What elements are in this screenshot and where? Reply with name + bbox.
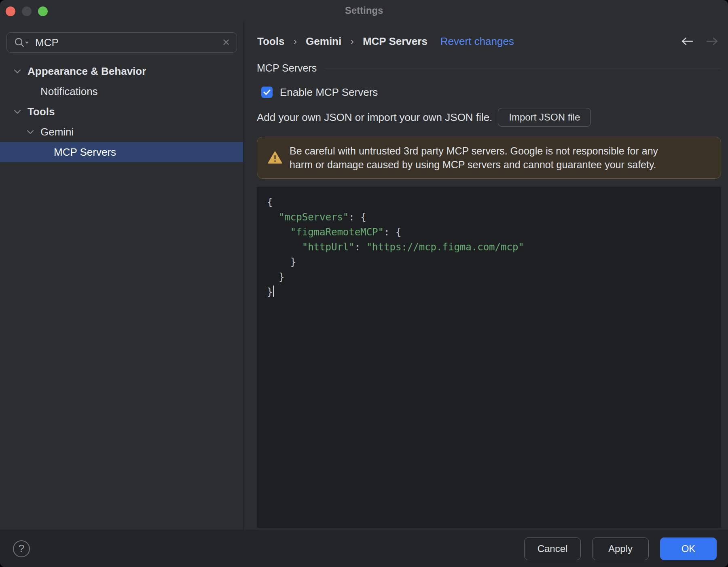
help-question-mark: ? bbox=[19, 542, 24, 555]
section-title: MCP Servers bbox=[257, 62, 317, 74]
dialog-footer: ? Cancel Apply OK bbox=[0, 530, 728, 567]
enable-mcp-servers-row[interactable]: Enable MCP Servers bbox=[261, 84, 378, 100]
code-line: } bbox=[267, 285, 711, 300]
sidebar-item-label: MCP Servers bbox=[54, 146, 116, 159]
minimize-window-button[interactable] bbox=[22, 6, 32, 16]
code-editor-content[interactable]: { "mcpServers": { "figmaRemoteMCP": { "h… bbox=[267, 195, 711, 300]
titlebar: Settings bbox=[0, 0, 728, 21]
sidebar-item-appearance-behavior[interactable]: Appearance & Behavior bbox=[0, 61, 243, 81]
breadcrumb-separator-icon: › bbox=[350, 35, 354, 48]
close-window-button[interactable] bbox=[6, 6, 15, 16]
search-icon bbox=[13, 37, 30, 48]
sidebar-item-mcp-servers[interactable]: MCP Servers bbox=[0, 142, 243, 162]
footer-buttons: Cancel Apply OK bbox=[524, 537, 717, 560]
import-json-text: Add your own JSON or import your own JSO… bbox=[257, 111, 492, 124]
breadcrumb-separator-icon: › bbox=[293, 35, 297, 48]
sidebar-item-label: Notifications bbox=[40, 85, 98, 98]
window-body: MCP ✕ Appearance & Behavior Notification… bbox=[0, 21, 728, 530]
search-input-value[interactable]: MCP bbox=[35, 36, 222, 49]
warning-text-line: Be careful with untrusted 3rd party MCP … bbox=[290, 144, 658, 158]
mcp-servers-section-header: MCP Servers bbox=[257, 61, 721, 75]
window-title: Settings bbox=[0, 0, 728, 21]
settings-window: Settings MCP ✕ bbox=[0, 0, 728, 567]
sidebar-item-notifications[interactable]: Notifications bbox=[0, 81, 243, 102]
back-arrow-icon[interactable] bbox=[681, 36, 694, 46]
chevron-down-icon[interactable] bbox=[14, 69, 21, 74]
settings-sidebar: MCP ✕ Appearance & Behavior Notification… bbox=[0, 21, 243, 530]
sidebar-item-label: Tools bbox=[28, 106, 55, 118]
zoom-window-button[interactable] bbox=[38, 6, 48, 16]
apply-button[interactable]: Apply bbox=[592, 537, 649, 560]
enable-mcp-servers-checkbox[interactable] bbox=[261, 87, 273, 98]
code-line: "figmaRemoteMCP": { bbox=[267, 225, 711, 240]
text-caret bbox=[273, 286, 274, 297]
code-line: "httpUrl": "https://mcp.figma.com/mcp" bbox=[267, 240, 711, 255]
checkbox-label: Enable MCP Servers bbox=[280, 86, 378, 99]
code-line: "mcpServers": { bbox=[267, 210, 711, 225]
code-line: } bbox=[267, 270, 711, 285]
warning-icon bbox=[268, 151, 282, 164]
code-line: { bbox=[267, 195, 711, 210]
sidebar-item-label: Appearance & Behavior bbox=[28, 65, 146, 78]
breadcrumb: Tools › Gemini › MCP Servers Revert chan… bbox=[257, 32, 721, 50]
warning-text: Be careful with untrusted 3rd party MCP … bbox=[290, 144, 658, 171]
import-row: Add your own JSON or import your own JSO… bbox=[257, 108, 591, 127]
clear-search-icon[interactable]: ✕ bbox=[222, 38, 230, 47]
code-line: } bbox=[267, 255, 711, 270]
import-json-file-button[interactable]: Import JSON file bbox=[498, 108, 591, 127]
breadcrumb-item-gemini[interactable]: Gemini bbox=[306, 35, 341, 48]
sidebar-item-tools[interactable]: Tools bbox=[0, 102, 243, 122]
settings-search-field[interactable]: MCP ✕ bbox=[6, 32, 237, 53]
revert-changes-link[interactable]: Revert changes bbox=[440, 35, 514, 48]
mcp-json-editor[interactable]: { "mcpServers": { "figmaRemoteMCP": { "h… bbox=[257, 187, 721, 528]
warning-text-line: harm or damage caused by using MCP serve… bbox=[290, 158, 658, 171]
warning-banner: Be careful with untrusted 3rd party MCP … bbox=[257, 137, 721, 179]
settings-tree: Appearance & Behavior Notifications Tool… bbox=[0, 61, 243, 162]
section-divider bbox=[325, 68, 721, 68]
forward-arrow-icon[interactable] bbox=[706, 36, 719, 46]
sidebar-item-label: Gemini bbox=[40, 126, 74, 138]
cancel-button[interactable]: Cancel bbox=[524, 537, 581, 560]
history-navigation bbox=[681, 36, 719, 46]
traffic-lights bbox=[6, 6, 48, 16]
settings-content: Tools › Gemini › MCP Servers Revert chan… bbox=[243, 21, 728, 530]
sidebar-item-gemini[interactable]: Gemini bbox=[0, 122, 243, 142]
breadcrumb-item-tools[interactable]: Tools bbox=[257, 35, 284, 48]
ok-button[interactable]: OK bbox=[660, 537, 717, 560]
chevron-down-icon[interactable] bbox=[14, 110, 21, 114]
breadcrumb-item-mcp-servers[interactable]: MCP Servers bbox=[363, 35, 427, 48]
help-button[interactable]: ? bbox=[13, 540, 30, 557]
chevron-down-icon[interactable] bbox=[27, 130, 34, 134]
